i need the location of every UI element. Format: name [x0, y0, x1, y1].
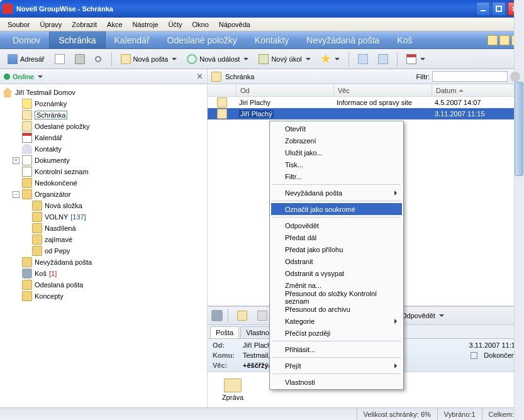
- tree-item[interactable]: od Pepy: [0, 245, 207, 257]
- tab-spam[interactable]: Nevyžádaná pošta: [298, 31, 388, 48]
- adresar-button[interactable]: Adresář: [4, 52, 48, 67]
- scroll-thumb[interactable]: [515, 82, 523, 176]
- ctx-item[interactable]: Označit jako soukromé: [271, 203, 402, 215]
- ctx-item[interactable]: Nevyžádaná pošta: [271, 187, 402, 199]
- panel-icon-1[interactable]: [488, 35, 498, 45]
- ptab-posta[interactable]: Pošta: [210, 326, 239, 338]
- menu-zobrazit[interactable]: Zobrazit: [67, 21, 102, 28]
- toolbar-view-2[interactable]: [374, 52, 392, 67]
- tree-scrollbar[interactable]: [514, 0, 524, 420]
- minimize-button[interactable]: [476, 2, 490, 16]
- chevron-down-icon: [172, 58, 177, 60]
- tree-item[interactable]: Nová složka: [0, 200, 207, 211]
- pane-close-icon[interactable]: ✕: [196, 72, 203, 81]
- menu-nastroje[interactable]: Nástroje: [128, 21, 164, 28]
- ctx-item[interactable]: Přesunout do archivu: [271, 303, 402, 315]
- attachment-icon[interactable]: [211, 310, 223, 321]
- ctx-item[interactable]: Filtr...: [271, 170, 402, 182]
- tree-label: Kalendář: [35, 134, 62, 141]
- app-icon: [3, 4, 13, 14]
- expand-icon[interactable]: +: [13, 157, 20, 164]
- col-datum[interactable]: Datum: [432, 84, 524, 96]
- folder-icon: [22, 178, 32, 188]
- message-row[interactable]: Jiri PlachyInformace od spravy site4.5.2…: [208, 97, 524, 108]
- tree-item[interactable]: Odeslané položky: [0, 121, 207, 132]
- star-icon: [321, 54, 331, 64]
- tree-item[interactable]: Nasdílená: [0, 223, 207, 234]
- midbar-btn-2[interactable]: [254, 308, 271, 323]
- tree-root[interactable]: Jiří Testmail Domov: [0, 87, 207, 98]
- attachment-item[interactable]: Zpráva: [214, 379, 252, 401]
- ctx-item[interactable]: Přejít: [271, 360, 402, 372]
- filter-input[interactable]: [432, 71, 508, 82]
- menu-akce[interactable]: Akce: [102, 21, 127, 28]
- menu-ucty[interactable]: Účty: [164, 21, 187, 28]
- ctx-item[interactable]: Tisk...: [271, 158, 402, 170]
- mail-icon: [22, 110, 32, 120]
- toolbar-cal[interactable]: [403, 52, 429, 67]
- maximize-button[interactable]: [492, 2, 506, 16]
- dokonceno-checkbox[interactable]: [471, 352, 477, 359]
- filter-clear-icon[interactable]: [510, 72, 520, 82]
- col-icon[interactable]: [208, 84, 237, 96]
- tree-item[interactable]: Schránka: [0, 109, 207, 121]
- toolbar: Adresář Nová pošta Nová událost Nový úko…: [0, 49, 524, 69]
- col-vec[interactable]: Věc: [334, 84, 432, 96]
- tree-item[interactable]: Koš [1]: [0, 268, 207, 279]
- tree-item[interactable]: Nedokončené: [0, 177, 207, 189]
- menu-soubor[interactable]: Soubor: [3, 21, 35, 28]
- tree-item[interactable]: -Organizátor: [0, 189, 207, 200]
- toolbar-view-1[interactable]: [354, 52, 372, 67]
- tree-item[interactable]: Kalendář: [0, 132, 207, 143]
- tree-item[interactable]: zajímavé: [0, 234, 207, 245]
- ctx-item[interactable]: Předat dál: [271, 231, 402, 243]
- expand-icon[interactable]: -: [13, 191, 20, 198]
- ctx-item[interactable]: Přečíst později: [271, 327, 402, 339]
- tree-label: Koš: [35, 270, 47, 277]
- tree-item[interactable]: Nevyžádaná pošta: [0, 257, 207, 268]
- novy-ukol-button[interactable]: Nový úkol: [255, 52, 314, 67]
- attachment-label: Zpráva: [222, 394, 243, 401]
- tree-item[interactable]: Koncepty: [0, 290, 207, 302]
- ctx-item[interactable]: Uložit jako...: [271, 146, 402, 158]
- nova-udalost-button[interactable]: Nová událost: [183, 52, 252, 67]
- ctx-item[interactable]: Přihlásit...: [271, 343, 402, 355]
- midbar-btn-1[interactable]: [233, 308, 251, 323]
- tree-item[interactable]: Kontrolní seznam: [0, 166, 207, 177]
- col-od[interactable]: Od: [237, 84, 334, 96]
- ctx-item[interactable]: Předat jako přílohu: [271, 243, 402, 255]
- tab-kontakty[interactable]: Kontakty: [246, 31, 298, 48]
- tab-kalendar[interactable]: Kalendář: [106, 31, 159, 48]
- ctx-item[interactable]: Kategorie: [271, 315, 402, 327]
- ctx-item[interactable]: Přesunout do složky Kontrolní seznam: [271, 291, 402, 303]
- ctx-item[interactable]: Otevřít: [271, 123, 402, 135]
- ctx-item[interactable]: Odpovědět: [271, 219, 402, 231]
- menu-okno[interactable]: Okno: [187, 21, 214, 28]
- ctx-item[interactable]: Vlastnosti: [271, 376, 402, 388]
- toolbar-star[interactable]: [317, 52, 343, 67]
- toolbar-print[interactable]: [71, 52, 89, 67]
- tree-item[interactable]: Kontakty: [0, 143, 207, 155]
- adresar-label: Adresář: [20, 55, 45, 63]
- tree-item[interactable]: +Dokumenty: [0, 155, 207, 166]
- nova-posta-button[interactable]: Nová pošta: [117, 52, 181, 67]
- menu-napoveda[interactable]: Nápověda: [214, 21, 255, 28]
- ctx-item[interactable]: Zobrazení: [271, 135, 402, 146]
- online-header[interactable]: Online ✕: [0, 69, 207, 84]
- tab-kos[interactable]: Koš: [388, 31, 421, 48]
- nova-posta-label: Nová pošta: [133, 55, 169, 63]
- tree-item[interactable]: Poznámky: [0, 98, 207, 109]
- toolbar-btn-2[interactable]: [51, 52, 69, 67]
- message-row[interactable]: Jiří Plachý3.11.2007 11:15: [208, 108, 524, 119]
- tab-odeslane[interactable]: Odeslané položky: [159, 31, 246, 48]
- folder-icon: [32, 246, 42, 256]
- tab-schranka[interactable]: Schránka: [49, 31, 105, 48]
- panel-icon-2[interactable]: [499, 35, 510, 45]
- ctx-item[interactable]: Odstranit a vysypat: [271, 267, 402, 279]
- tree-item[interactable]: Odeslaná pošta: [0, 279, 207, 290]
- menu-upravy[interactable]: Úpravy: [35, 21, 67, 28]
- tab-domov[interactable]: Domov: [4, 31, 49, 48]
- ctx-item[interactable]: Odstranit: [271, 255, 402, 267]
- tree-item[interactable]: VOLNY [137]: [0, 211, 207, 223]
- toolbar-search[interactable]: [91, 52, 106, 67]
